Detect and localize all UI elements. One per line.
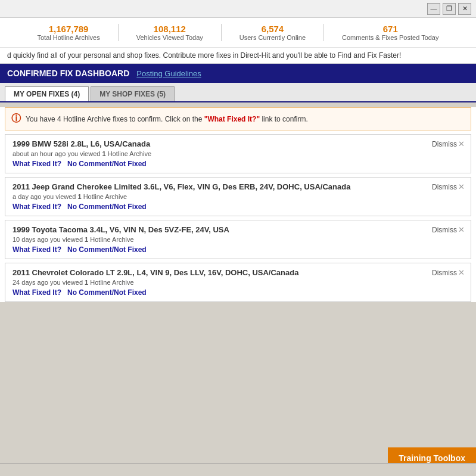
- stat-label-hotline-archives: Total Hotline Archives: [38, 34, 100, 41]
- stat-number-users-online: 6,574: [262, 24, 284, 34]
- stat-vehicles-viewed: 108,112 Vehicles Viewed Today: [119, 24, 222, 41]
- promo-text: d quickly find all of your personal and …: [7, 51, 401, 60]
- fix-title-fix-4: 2011 Chevrolet Colorado LT 2.9L, L4, VIN…: [13, 268, 463, 277]
- dismiss-label-fix-2: Dismiss: [432, 183, 457, 191]
- fix-card-fix-2: Dismiss ✕ 2011 Jeep Grand Cherokee Limit…: [5, 177, 471, 216]
- alert-text: You have 4 Hotline Archive fixes to conf…: [26, 115, 308, 123]
- fix-meta-fix-1: about an hour ago you viewed 1 Hotline A…: [13, 150, 463, 157]
- stat-label-comments-fixes: Comments & Fixes Posted Today: [342, 34, 438, 41]
- fix-time-fix-2: a day ago: [13, 193, 41, 200]
- fix-actions-fix-4: What Fixed It? No Comment/Not Fixed: [13, 288, 463, 297]
- fix-time-fix-4: 24 days ago: [13, 279, 48, 286]
- fix-count-fix-4: 1: [85, 279, 88, 286]
- what-fixed-link-fix-3[interactable]: What Fixed It?: [13, 245, 61, 254]
- what-fixed-link-fix-4[interactable]: What Fixed It?: [13, 288, 61, 297]
- dismiss-x-fix-2: ✕: [458, 182, 465, 191]
- dismiss-button-fix-3[interactable]: Dismiss ✕: [432, 225, 465, 234]
- fix-count-fix-3: 1: [85, 236, 88, 243]
- fix-title-fix-1: 1999 BMW 528i 2.8L, L6, USA/Canada: [13, 139, 463, 148]
- stat-number-comments-fixes: 671: [383, 24, 398, 34]
- fix-title-fix-2: 2011 Jeep Grand Cherokee Limited 3.6L, V…: [13, 182, 463, 191]
- window-chrome: — ❐ ✕: [0, 0, 476, 18]
- no-comment-link-fix-1[interactable]: No Comment/Not Fixed: [67, 160, 147, 168]
- what-fixed-link-fix-2[interactable]: What Fixed It?: [13, 203, 61, 211]
- alert-bar: ⓘ You have 4 Hotline Archive fixes to co…: [5, 107, 471, 130]
- alert-link-text[interactable]: "What Fixed It?": [204, 115, 260, 123]
- fix-time-fix-3: 10 days ago: [13, 236, 48, 243]
- stat-number-hotline-archives: 1,167,789: [49, 24, 89, 34]
- what-fixed-link-fix-1[interactable]: What Fixed It?: [13, 160, 61, 168]
- tab-my-shop-fixes[interactable]: MY SHOP FIXES (5): [91, 86, 175, 101]
- dismiss-button-fix-2[interactable]: Dismiss ✕: [432, 182, 465, 191]
- dismiss-x-fix-4: ✕: [458, 268, 465, 277]
- maximize-button[interactable]: ❐: [443, 3, 456, 15]
- fix-actions-fix-1: What Fixed It? No Comment/Not Fixed: [13, 160, 463, 168]
- dismiss-label-fix-3: Dismiss: [432, 226, 457, 234]
- fixes-container: Dismiss ✕ 1999 BMW 528i 2.8L, L6, USA/Ca…: [0, 134, 476, 302]
- dashboard-header: CONFIRMED FIX DASHBOARD Posting Guidelin…: [0, 64, 476, 83]
- alert-text-before: You have 4 Hotline Archive fixes to conf…: [26, 115, 204, 123]
- fix-card-fix-1: Dismiss ✕ 1999 BMW 528i 2.8L, L6, USA/Ca…: [5, 134, 471, 173]
- dismiss-button-fix-1[interactable]: Dismiss ✕: [432, 139, 465, 148]
- fix-actions-fix-3: What Fixed It? No Comment/Not Fixed: [13, 245, 463, 254]
- window-controls: — ❐ ✕: [427, 3, 471, 15]
- dismiss-label-fix-4: Dismiss: [432, 269, 457, 277]
- fix-time-fix-1: about an hour ago: [13, 150, 66, 157]
- fix-meta-fix-4: 24 days ago you viewed 1 Hotline Archive: [13, 279, 463, 286]
- fix-card-fix-4: Dismiss ✕ 2011 Chevrolet Colorado LT 2.9…: [5, 263, 471, 302]
- dismiss-x-fix-3: ✕: [458, 225, 465, 234]
- main-content: ⓘ You have 4 Hotline Archive fixes to co…: [0, 107, 476, 302]
- stat-comments-fixes: 671 Comments & Fixes Posted Today: [324, 24, 456, 41]
- fix-count-fix-2: 1: [77, 193, 81, 200]
- no-comment-link-fix-2[interactable]: No Comment/Not Fixed: [67, 203, 147, 211]
- dashboard-title: CONFIRMED FIX DASHBOARD: [7, 69, 129, 78]
- stat-label-vehicles-viewed: Vehicles Viewed Today: [136, 34, 203, 41]
- alert-text-after: link to confirm.: [262, 115, 307, 123]
- dismiss-button-fix-4[interactable]: Dismiss ✕: [432, 268, 465, 277]
- stat-hotline-archives: 1,167,789 Total Hotline Archives: [20, 24, 119, 41]
- dismiss-x-fix-1: ✕: [458, 139, 465, 148]
- promo-bar: d quickly find all of your personal and …: [0, 48, 476, 64]
- stat-label-users-online: Users Currently Online: [239, 34, 306, 41]
- dismiss-label-fix-1: Dismiss: [432, 140, 457, 148]
- fix-count-fix-1: 1: [102, 150, 105, 157]
- minimize-button[interactable]: —: [427, 3, 440, 15]
- tab-my-open-fixes[interactable]: MY OPEN FIXES (4): [5, 86, 89, 101]
- status-bar: [0, 463, 476, 476]
- fix-meta-fix-3: 10 days ago you viewed 1 Hotline Archive: [13, 236, 463, 243]
- fix-title-fix-3: 1999 Toyota Tacoma 3.4L, V6, VIN N, Des …: [13, 225, 463, 234]
- fix-meta-fix-2: a day ago you viewed 1 Hotline Archive: [13, 193, 463, 200]
- tabs-bar: MY OPEN FIXES (4)MY SHOP FIXES (5): [0, 83, 476, 102]
- close-button[interactable]: ✕: [458, 3, 471, 15]
- stats-bar: 1,167,789 Total Hotline Archives 108,112…: [0, 18, 476, 48]
- fix-card-fix-3: Dismiss ✕ 1999 Toyota Tacoma 3.4L, V6, V…: [5, 220, 471, 259]
- no-comment-link-fix-4[interactable]: No Comment/Not Fixed: [67, 288, 147, 297]
- no-comment-link-fix-3[interactable]: No Comment/Not Fixed: [67, 245, 147, 254]
- fix-actions-fix-2: What Fixed It? No Comment/Not Fixed: [13, 203, 463, 211]
- stat-number-vehicles-viewed: 108,112: [154, 24, 186, 34]
- posting-guidelines-link[interactable]: Posting Guidelines: [136, 69, 201, 78]
- alert-icon: ⓘ: [11, 113, 21, 125]
- stat-users-online: 6,574 Users Currently Online: [222, 24, 324, 41]
